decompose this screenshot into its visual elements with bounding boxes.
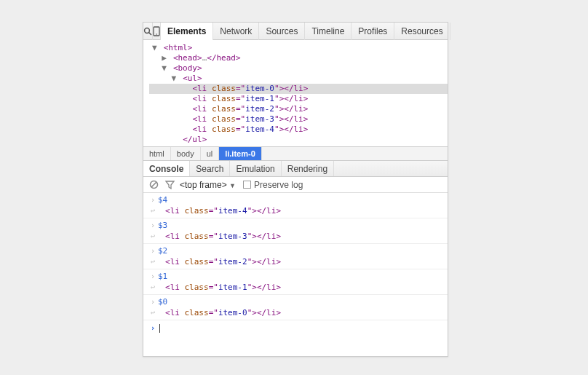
dom-row[interactable]: <li class="item-1"></li> xyxy=(149,94,448,104)
breadcrumb-item[interactable]: ul xyxy=(201,147,220,160)
console-input-line: $3 xyxy=(143,220,448,231)
drawer-tab-strip: ConsoleSearchEmulationRendering xyxy=(143,161,448,177)
console-output[interactable]: $4<li class="item-4"></li>$3<li class="i… xyxy=(143,193,448,356)
console-output-line: <li class="item-4"></li> xyxy=(143,205,448,216)
tab-profiles[interactable]: Profiles xyxy=(351,23,394,40)
main-toolbar: ElementsNetworkSourcesTimelineProfilesRe… xyxy=(143,23,448,40)
filter-icon[interactable] xyxy=(164,179,175,191)
drawer-tab-rendering[interactable]: Rendering xyxy=(282,161,334,176)
dom-row[interactable]: <li class="item-0"></li> xyxy=(149,84,448,94)
dom-tree[interactable]: ▼ <html> ▶ <head>…</head> ▼ <body> ▼ <ul… xyxy=(143,40,448,146)
svg-point-0 xyxy=(145,28,150,33)
dom-row[interactable]: <li class="item-3"></li> xyxy=(149,114,448,125)
console-entry: $2<li class="item-2"></li> xyxy=(143,244,448,269)
dom-row[interactable]: ▼ <body> xyxy=(149,63,448,74)
devtools-panel: ElementsNetworkSourcesTimelineProfilesRe… xyxy=(143,22,448,357)
tab-resources[interactable]: Resources xyxy=(394,23,450,40)
drawer-tab-emulation[interactable]: Emulation xyxy=(230,161,281,176)
dom-row[interactable]: <li class="item-4"></li> xyxy=(149,125,448,135)
clear-console-icon[interactable] xyxy=(148,179,159,191)
breadcrumb: htmlbodyulli.item-0 xyxy=(143,146,448,161)
search-icon[interactable] xyxy=(143,23,153,40)
chevron-down-icon: ▼ xyxy=(229,182,236,189)
main-tab-strip: ElementsNetworkSourcesTimelineProfilesRe… xyxy=(161,23,450,40)
breadcrumb-item[interactable]: li.item-0 xyxy=(219,147,262,160)
svg-line-5 xyxy=(151,182,156,187)
frame-selector-label: <top frame> xyxy=(180,180,227,190)
svg-line-1 xyxy=(149,32,151,34)
console-output-line: <li class="item-1"></li> xyxy=(143,282,448,293)
dom-row[interactable]: <li class="item-2"></li> xyxy=(149,104,448,114)
console-prompt[interactable]: › xyxy=(143,320,448,336)
frame-selector[interactable]: <top frame> ▼ xyxy=(180,180,236,190)
console-entry: $3<li class="item-3"></li> xyxy=(143,218,448,244)
console-input-line: $0 xyxy=(143,296,448,307)
drawer-tab-search[interactable]: Search xyxy=(190,161,230,176)
tab-network[interactable]: Network xyxy=(213,23,259,40)
preserve-log-label: Preserve log xyxy=(254,180,303,190)
dom-row[interactable]: ▼ <html> xyxy=(149,43,448,53)
console-output-line: <li class="item-2"></li> xyxy=(143,256,448,267)
breadcrumb-item[interactable]: body xyxy=(171,147,201,160)
dom-row[interactable]: ▶ <head>…</head> xyxy=(149,53,448,63)
console-input-line: $1 xyxy=(143,271,448,282)
svg-point-3 xyxy=(156,33,157,35)
console-output-line: <li class="item-3"></li> xyxy=(143,231,448,242)
console-input-line: $4 xyxy=(143,194,448,205)
breadcrumb-item[interactable]: html xyxy=(143,147,171,160)
tab-elements[interactable]: Elements xyxy=(161,23,213,40)
svg-marker-6 xyxy=(166,181,174,189)
drawer-tab-console[interactable]: Console xyxy=(143,161,190,176)
console-output-line: <li class="item-0"></li> xyxy=(143,307,448,318)
console-entry: $4<li class="item-4"></li> xyxy=(143,193,448,218)
console-input-line: $2 xyxy=(143,245,448,256)
console-entry: $1<li class="item-1"></li> xyxy=(143,269,448,295)
tab-timeline[interactable]: Timeline xyxy=(305,23,351,40)
dom-row[interactable]: ▼ <ul> xyxy=(149,74,448,84)
tab-sources[interactable]: Sources xyxy=(259,23,305,40)
preserve-log-checkbox[interactable]: Preserve log xyxy=(243,180,303,190)
device-icon[interactable] xyxy=(153,23,161,40)
checkbox-icon xyxy=(243,181,251,189)
console-toolbar: <top frame> ▼ Preserve log xyxy=(143,177,448,193)
dom-row[interactable]: </ul> xyxy=(149,135,448,145)
console-entry: $0<li class="item-0"></li> xyxy=(143,295,448,320)
